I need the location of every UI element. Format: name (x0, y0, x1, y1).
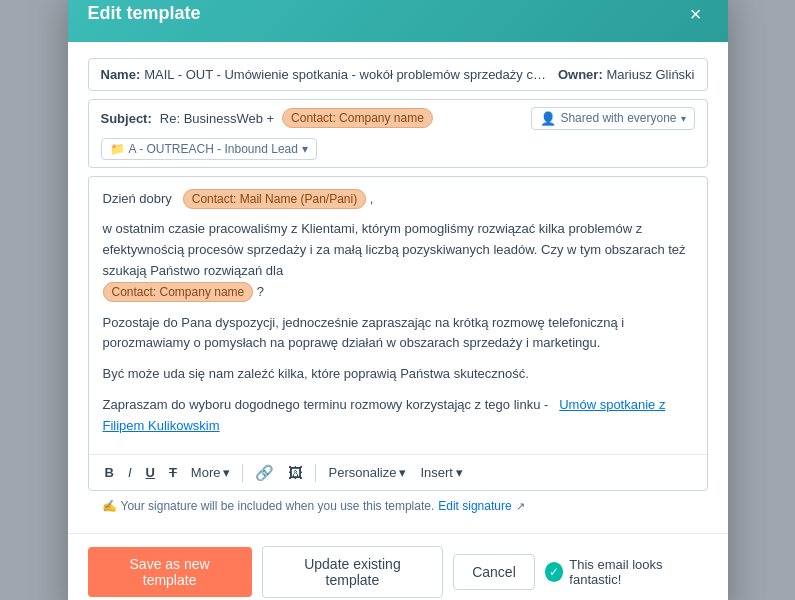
folder-label: A - OUTREACH - Inbound Lead (129, 142, 298, 156)
personalize-button[interactable]: Personalize ▾ (322, 461, 412, 484)
para2: Pozostaje do Pana dyspozycji, jednocześn… (103, 313, 693, 355)
edit-template-modal: Edit template × Name:MAIL - OUT - Umówie… (68, 0, 728, 600)
para1-end: ? (257, 284, 264, 299)
owner-field: Owner: Mariusz Gliński (558, 67, 695, 82)
shared-with-button[interactable]: 👤 Shared with everyone ▾ (531, 107, 694, 130)
contact-company-token[interactable]: Contact: Company name (282, 108, 433, 128)
owner-label: Owner: (558, 67, 603, 82)
para1-text: w ostatnim czasie pracowaliśmy z Klienta… (103, 221, 686, 278)
chevron-down-icon: ▾ (223, 465, 230, 480)
modal-header: Edit template × (68, 0, 728, 42)
subject-text: Re: BusinessWeb + (160, 111, 274, 126)
subject-label: Subject: (101, 111, 152, 126)
toolbar-divider (242, 464, 243, 482)
more-label: More (191, 465, 221, 480)
chevron-down-icon: ▾ (399, 465, 406, 480)
chevron-down-icon: ▾ (681, 113, 686, 124)
name-field[interactable]: Name:MAIL - OUT - Umówienie spotkania - … (101, 67, 546, 82)
edit-signature-link[interactable]: Edit signature (438, 499, 511, 513)
personalize-label: Personalize (328, 465, 396, 480)
greeting-punctuation: , (370, 191, 374, 206)
company-name-token[interactable]: Contact: Company name (103, 282, 254, 302)
subject-row: Subject: Re: BusinessWeb + Contact: Comp… (88, 99, 708, 168)
folder-button[interactable]: 📁 A - OUTREACH - Inbound Lead ▾ (101, 138, 317, 160)
external-link-icon: ↗ (516, 500, 525, 513)
image-button[interactable]: 🖼 (282, 461, 309, 484)
signature-row: ✍ Your signature will be included when y… (88, 491, 708, 521)
shared-label: Shared with everyone (560, 111, 676, 125)
owner-value: Mariusz Gliński (606, 67, 694, 82)
para4-start: Zapraszam do wyboru dogodnego terminu ro… (103, 397, 549, 412)
underline-button[interactable]: U (140, 462, 161, 483)
signature-text: Your signature will be included when you… (121, 499, 435, 513)
modal-footer: Save as new template Update existing tem… (68, 533, 728, 600)
para3: Być może uda się nam zaleźć kilka, które… (103, 364, 693, 385)
greeting-text: Dzień dobry (103, 191, 172, 206)
insert-button[interactable]: Insert ▾ (414, 461, 469, 484)
name-label: Name: (101, 67, 141, 82)
save-as-new-button[interactable]: Save as new template (88, 547, 252, 597)
greeting-line: Dzień dobry Contact: Mail Name (Pan/Pani… (103, 189, 693, 210)
more-button[interactable]: More ▾ (185, 461, 237, 484)
name-value: MAIL - OUT - Umówienie spotkania - wokół… (144, 67, 546, 82)
strikethrough-button[interactable]: T (163, 462, 183, 483)
success-message: ✓ This email looks fantastic! (545, 557, 708, 587)
mail-name-token[interactable]: Contact: Mail Name (Pan/Pani) (183, 189, 366, 209)
editor-toolbar: B I U T More ▾ 🔗 🖼 Personalize ▾ (89, 454, 707, 490)
insert-label: Insert (420, 465, 453, 480)
toolbar-divider2 (315, 464, 316, 482)
name-row: Name:MAIL - OUT - Umówienie spotkania - … (88, 58, 708, 91)
bold-button[interactable]: B (99, 462, 120, 483)
para4: Zapraszam do wyboru dogodnego terminu ro… (103, 395, 693, 437)
para1: w ostatnim czasie pracowaliśmy z Klienta… (103, 219, 693, 302)
link-button[interactable]: 🔗 (249, 461, 280, 484)
folder-icon: 📁 (110, 142, 125, 156)
close-button[interactable]: × (684, 2, 708, 26)
update-existing-button[interactable]: Update existing template (262, 546, 443, 598)
person-icon: 👤 (540, 111, 556, 126)
email-editor[interactable]: Dzień dobry Contact: Mail Name (Pan/Pani… (88, 176, 708, 492)
modal-body: Name:MAIL - OUT - Umówienie spotkania - … (68, 42, 728, 534)
cancel-button[interactable]: Cancel (453, 554, 535, 590)
success-text: This email looks fantastic! (569, 557, 707, 587)
modal-title: Edit template (88, 3, 201, 24)
editor-content: Dzień dobry Contact: Mail Name (Pan/Pani… (89, 177, 707, 455)
chevron-down-icon: ▾ (302, 142, 308, 156)
signature-icon: ✍ (102, 499, 117, 513)
success-checkmark-icon: ✓ (545, 562, 564, 582)
italic-button[interactable]: I (122, 462, 138, 483)
chevron-down-icon: ▾ (456, 465, 463, 480)
